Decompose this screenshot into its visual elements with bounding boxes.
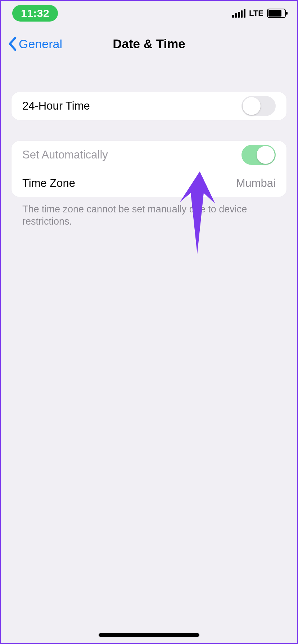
value-time-zone: Mumbai	[236, 177, 276, 190]
label-set-automatically: Set Automatically	[22, 148, 108, 161]
status-right: LTE	[232, 9, 286, 18]
home-indicator[interactable]	[99, 633, 199, 637]
nav-bar: General Date & Time	[1, 26, 297, 62]
group-timezone: Set Automatically Time Zone Mumbai	[12, 141, 286, 197]
toggle-set-automatically[interactable]	[241, 145, 276, 165]
page-title: Date & Time	[113, 37, 185, 51]
back-label: General	[19, 37, 62, 51]
row-set-automatically[interactable]: Set Automatically	[12, 141, 286, 169]
network-label: LTE	[249, 9, 263, 18]
group-24hour: 24-Hour Time	[12, 92, 286, 120]
footer-note: The time zone cannot be set manually due…	[12, 197, 286, 228]
toggle-24hour[interactable]	[241, 96, 276, 116]
label-time-zone: Time Zone	[22, 177, 75, 190]
chevron-left-icon	[7, 37, 17, 51]
row-time-zone[interactable]: Time Zone Mumbai	[12, 169, 286, 197]
content: 24-Hour Time Set Automatically Time Zone…	[1, 62, 297, 228]
battery-icon	[267, 9, 286, 18]
back-button[interactable]: General	[7, 37, 62, 51]
row-24hour[interactable]: 24-Hour Time	[12, 92, 286, 120]
status-bar: 11:32 LTE	[1, 1, 297, 26]
signal-icon	[232, 9, 245, 18]
label-24hour: 24-Hour Time	[22, 100, 90, 112]
status-time: 11:32	[12, 5, 58, 22]
